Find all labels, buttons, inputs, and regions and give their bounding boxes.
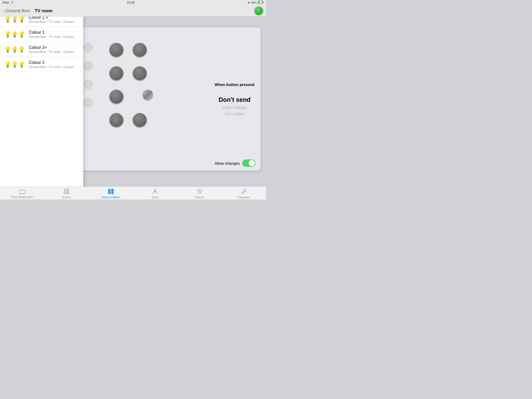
back-arrow-icon: ‹ — [3, 8, 5, 14]
main-content: When button pressed Don't send Latest se… — [52, 17, 266, 187]
right-panel-header: When button pressed — [215, 82, 254, 87]
svg-rect-1 — [263, 2, 263, 3]
tab-periods-label: Periods — [195, 196, 204, 199]
device-button-7[interactable] — [109, 113, 123, 127]
grid-icon — [64, 189, 69, 195]
inactive-button-3[interactable] — [83, 80, 93, 89]
popover-item-2-title: Colour 1 — [29, 30, 74, 35]
status-bar: iPad 15:00 ⊕ 36% — [0, 0, 266, 5]
wifi-icon — [10, 1, 14, 4]
svg-point-11 — [109, 190, 110, 191]
toggle-knob — [249, 160, 255, 166]
svg-rect-6 — [67, 192, 69, 194]
right-panel-sub2: Live system — [225, 112, 244, 116]
allow-changes-toggle[interactable] — [242, 159, 255, 167]
popover-item-1-sub: Ground floor : TV room : Colours — [29, 20, 74, 24]
tab-basic-assignments-label: Basic Assignments — [11, 196, 33, 198]
disabled-button-icon — [143, 90, 153, 100]
popover-item-3-content: Colour 2+ Ground floor : TV room : Colou… — [29, 45, 74, 54]
status-time: 15:00 — [127, 1, 135, 4]
inactive-buttons — [83, 43, 93, 108]
nav-back-label: Ground floor — [5, 8, 30, 14]
wrench-icon — [242, 189, 246, 195]
location-icon: ⊕ — [248, 1, 250, 4]
device-panel: When button pressed Don't send Latest se… — [78, 27, 261, 171]
tab-basic-assignments[interactable]: Basic Assignments — [0, 187, 44, 200]
colours-popover: ‹ TV room Colours 💡💡💡 Colour 1 + Ground … — [0, 0, 83, 200]
popover-item-2-sub: Ground floor : TV room : Colours — [29, 35, 74, 39]
svg-point-15 — [154, 189, 156, 191]
popover-item-4-title: Colour 2 — [29, 60, 74, 65]
right-panel-sub1: Latest settings — [223, 105, 246, 110]
svg-rect-5 — [64, 192, 66, 194]
nav-current-title: TV room — [35, 8, 53, 14]
clock-icon — [197, 189, 202, 195]
inactive-button-4[interactable] — [83, 98, 93, 108]
device-button-3[interactable] — [109, 66, 123, 80]
person-icon — [153, 189, 157, 195]
svg-rect-3 — [64, 189, 66, 191]
popover-item-4-sub: Ground floor : TV room : Colours — [29, 65, 74, 69]
svg-rect-2 — [258, 1, 260, 3]
nav-back-button[interactable]: ‹ Ground floor — [3, 8, 30, 14]
inactive-button-1[interactable] — [83, 43, 93, 52]
device-button-5[interactable] — [109, 90, 123, 104]
tab-scene-to-button-label: Scene to Button — [102, 196, 120, 199]
status-right: ⊕ 36% — [248, 1, 263, 5]
popover-item-3-title: Colour 2+ — [29, 45, 74, 50]
popover-item-3-sub: Ground floor : TV room : Colours — [29, 50, 74, 54]
folder-icon — [19, 189, 25, 195]
popover-item-4-content: Colour 2 Ground floor : TV room : Colour… — [29, 60, 74, 69]
battery-icon — [258, 1, 263, 5]
svg-point-14 — [112, 192, 113, 193]
right-panel-value: Don't send — [218, 96, 250, 103]
device-button-2[interactable] — [133, 43, 147, 57]
popover-wrapper: ‹ TV room Colours 💡💡💡 Colour 1 + Ground … — [0, 0, 83, 200]
device-button-4[interactable] — [133, 66, 147, 80]
status-left: iPad — [3, 1, 14, 4]
tab-scenes[interactable]: Scenes — [44, 187, 89, 200]
tab-periods[interactable]: Periods — [177, 187, 222, 200]
bulb-icon-4: 💡💡💡 — [4, 61, 25, 68]
ipad-label: iPad — [3, 1, 9, 4]
tab-users[interactable]: Users — [133, 187, 177, 200]
allow-changes-row: Allow changes — [215, 159, 255, 167]
nav-header: ‹ Ground floor TV room — [0, 5, 266, 17]
svg-point-13 — [109, 192, 110, 193]
device-button-1[interactable] — [109, 43, 123, 57]
tab-scene-to-button[interactable]: Scene to Button — [89, 187, 133, 200]
inactive-button-2[interactable] — [83, 61, 93, 71]
tab-equipment-label: Equipment — [238, 196, 250, 199]
popover-item-colour2[interactable]: 💡💡💡 Colour 2 Ground floor : TV room : Co… — [0, 57, 83, 72]
popover-item-2-content: Colour 1 Ground floor : TV room : Colour… — [29, 30, 74, 39]
tab-bar: Basic Assignments Scenes — [0, 187, 266, 200]
popover-item-colour1[interactable]: 💡💡💡 Colour 1 Ground floor : TV room : Co… — [0, 27, 83, 42]
tab-equipment[interactable]: Equipment — [222, 187, 266, 200]
bulb-grid-icon — [108, 189, 114, 195]
popover-item-colour2-plus[interactable]: 💡💡💡 Colour 2+ Ground floor : TV room : C… — [0, 42, 83, 57]
bulb-icon-3: 💡💡💡 — [4, 46, 25, 53]
connection-status-icon — [255, 7, 263, 15]
popover-list: 💡💡💡 Colour 1 + Ground floor : TV room : … — [0, 12, 83, 72]
device-button-grid — [109, 43, 148, 129]
svg-point-12 — [112, 190, 113, 191]
bulb-icon-2: 💡💡💡 — [4, 31, 25, 38]
device-button-8[interactable] — [133, 113, 147, 127]
battery-percent: 36% — [251, 1, 257, 4]
tab-scenes-label: Scenes — [62, 196, 71, 199]
tab-users-label: Users — [152, 196, 158, 199]
right-panel: When button pressed Don't send Latest se… — [209, 27, 261, 171]
allow-changes-label: Allow changes — [215, 161, 240, 165]
bulb-icon-1: 💡💡💡 — [4, 16, 25, 23]
svg-rect-4 — [67, 189, 69, 191]
